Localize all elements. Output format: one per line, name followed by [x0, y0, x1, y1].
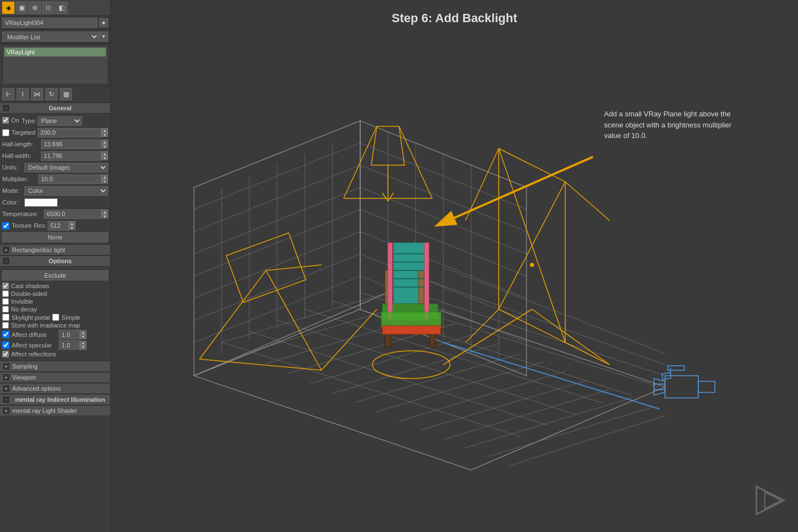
sampling-section-header[interactable]: + Sampling [0, 361, 110, 372]
temperature-input[interactable] [44, 209, 101, 219]
multiplier-input[interactable] [38, 175, 101, 184]
skylight-label: Skylight portal [12, 314, 50, 321]
texture-res-input[interactable] [48, 221, 69, 231]
multiplier-spinners: ▲ ▼ [101, 175, 108, 183]
affect-diffuse-spin-up[interactable]: ▲ [80, 330, 86, 335]
top-toolbar: ◈ ▣ ⊕ ⊙ ◧ [0, 0, 110, 16]
targeted-spin-down[interactable]: ▼ [101, 132, 108, 137]
general-collapse-btn[interactable]: - [2, 104, 10, 112]
svg-rect-87 [424, 243, 429, 320]
targeted-spin-up[interactable]: ▲ [101, 128, 108, 132]
multiplier-spin-up[interactable]: ▲ [101, 175, 108, 179]
mod-icon-configure[interactable]: ⋈ [31, 88, 43, 100]
temperature-spin-down[interactable]: ▼ [101, 214, 108, 218]
mod-icon-pin[interactable]: ⊩ [2, 88, 14, 100]
multiplier-label: Multiplier: [2, 176, 38, 182]
toolbar-icon-5[interactable]: ◧ [55, 2, 68, 14]
half-width-spin-up[interactable]: ▲ [101, 151, 108, 156]
type-select[interactable]: Plane Dome Sphere Mesh [38, 116, 82, 126]
options-section-header[interactable]: - Options [0, 255, 110, 267]
affect-specular-spin-up[interactable]: ▲ [80, 341, 86, 345]
double-sided-label: Double-sided [11, 290, 47, 297]
advanced-section-header[interactable]: + Advanced options [0, 383, 110, 394]
skylight-row: Skylight portal Simple [2, 314, 108, 321]
half-length-input[interactable] [41, 140, 101, 149]
modifier-stack: VRayLight [2, 45, 108, 84]
modifier-list-select[interactable]: Modifier List [2, 32, 99, 42]
no-decay-checkbox[interactable] [2, 306, 9, 313]
skylight-checkbox[interactable] [2, 314, 9, 321]
affect-diffuse-checkbox[interactable] [2, 331, 9, 338]
object-name-input[interactable] [2, 18, 98, 28]
affect-specular-input[interactable] [59, 340, 80, 350]
half-length-row: Half-length: ▲ ▼ [2, 139, 108, 149]
mode-select[interactable]: Color Temperature [24, 186, 108, 196]
mental-ray-indirect-collapse[interactable]: - [2, 396, 10, 403]
viewport-collapse-btn[interactable]: + [2, 374, 10, 381]
svg-rect-89 [382, 326, 441, 334]
half-width-label: Half-width: [2, 152, 41, 159]
simple-checkbox[interactable] [52, 314, 59, 321]
invisible-checkbox[interactable] [2, 298, 9, 305]
affect-specular-checkbox[interactable] [2, 341, 9, 349]
mental-ray-shader-header[interactable]: + mental ray Light Shader [0, 405, 110, 416]
affect-diffuse-input[interactable] [59, 330, 80, 339]
texture-none-btn[interactable]: None [2, 232, 108, 242]
affect-specular-spin-down[interactable]: ▼ [80, 345, 86, 350]
double-sided-checkbox[interactable] [2, 290, 9, 297]
modifier-row: Modifier List ▼ [0, 30, 110, 44]
targeted-spinners: ▲ ▼ [101, 128, 108, 137]
half-length-label: Half-length: [2, 141, 41, 147]
toolbar-icon-2[interactable]: ▣ [16, 2, 28, 14]
units-select[interactable]: Default (image) Luminous power Luminance [24, 163, 108, 172]
color-swatch[interactable] [24, 198, 58, 207]
cast-shadows-checkbox[interactable] [2, 283, 9, 289]
cast-shadows-row: Cast shadows [2, 283, 108, 289]
affect-diffuse-spin-down[interactable]: ▼ [80, 335, 86, 339]
half-length-spin-up[interactable]: ▲ [101, 140, 108, 144]
mental-ray-indirect-header[interactable]: - mental ray Indirect Illumination [0, 394, 110, 405]
half-width-spin-down[interactable]: ▼ [101, 156, 108, 160]
affect-reflections-checkbox[interactable] [2, 351, 9, 357]
store-irradiance-label: Store with irradiance map [11, 322, 80, 329]
store-irradiance-checkbox[interactable] [2, 322, 9, 329]
mental-ray-indirect-label: mental ray Indirect Illumination [12, 396, 108, 403]
multiplier-spin-down[interactable]: ▼ [101, 179, 108, 183]
viewport-label: Viewport [12, 374, 36, 381]
targeted-input[interactable] [38, 128, 101, 137]
modifier-list-arrow[interactable]: ▼ [99, 32, 108, 42]
viewport-section-header[interactable]: + Viewport [0, 372, 110, 383]
temperature-label: Temperature: [2, 211, 44, 217]
exclude-btn[interactable]: Exclude [2, 270, 108, 280]
targeted-checkbox[interactable] [2, 129, 9, 136]
advanced-collapse-btn[interactable]: + [2, 385, 10, 392]
general-section-header[interactable]: - General [0, 103, 110, 114]
toolbar-icon-3[interactable]: ⊕ [29, 2, 41, 14]
mental-ray-shader-label: mental ray Light Shader [12, 407, 77, 414]
half-width-input[interactable] [41, 151, 101, 161]
stack-item-vraylight[interactable]: VRayLight [4, 48, 106, 57]
texture-checkbox[interactable] [2, 222, 9, 229]
texture-res-spin-up[interactable]: ▲ [69, 221, 75, 226]
temperature-spin-up[interactable]: ▲ [101, 209, 108, 214]
svg-rect-86 [388, 243, 392, 320]
type-label: Type: [22, 117, 37, 124]
on-checkbox[interactable] [2, 117, 9, 124]
mod-icon-edit[interactable]: I [17, 88, 29, 100]
scene-svg [111, 31, 798, 532]
rect-disc-collapse-btn[interactable]: + [2, 246, 10, 254]
texture-res-spin-down[interactable]: ▼ [69, 226, 75, 230]
half-length-spin-down[interactable]: ▼ [101, 144, 108, 149]
temperature-row: Temperature: ▲ ▼ [2, 209, 108, 219]
mode-row: Mode: Color Temperature [2, 186, 108, 196]
mod-icon-view[interactable]: ▦ [60, 88, 72, 100]
toolbar-icon-4[interactable]: ⊙ [42, 2, 54, 14]
rect-disc-section-header[interactable]: + Rectangle/disc light [0, 244, 110, 255]
pin-button[interactable]: ■ [99, 18, 108, 27]
general-section-label: General [12, 105, 108, 111]
mod-icon-reset[interactable]: ↻ [45, 88, 58, 100]
toolbar-icon-1[interactable]: ◈ [2, 2, 14, 14]
options-collapse-btn[interactable]: - [2, 257, 10, 265]
sampling-collapse-btn[interactable]: + [2, 362, 10, 370]
mental-ray-shader-collapse[interactable]: + [2, 407, 10, 415]
